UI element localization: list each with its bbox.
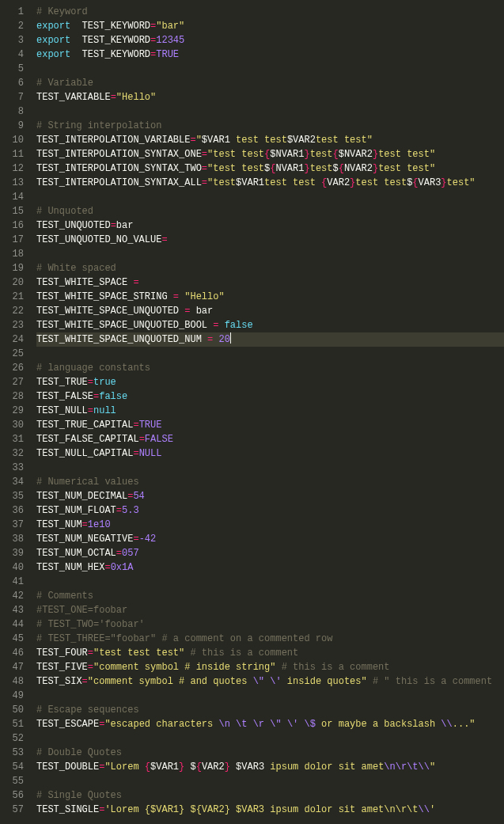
- code-line[interactable]: TEST_SIX="comment symbol # and quotes \"…: [36, 674, 504, 689]
- code-editor-area[interactable]: # Keywordexport TEST_KEYWORD="bar"export…: [30, 0, 504, 824]
- code-line[interactable]: TEST_NULL_CAPITAL=NULL: [36, 446, 504, 461]
- token-plain: TEST_NULL_CAPITAL: [36, 448, 133, 459]
- code-line[interactable]: [36, 62, 504, 76]
- code-line[interactable]: TEST_INTERPOLATION_VARIABLE="$VAR1 test …: [36, 133, 504, 147]
- code-line[interactable]: TEST_TRUE=true: [36, 375, 504, 389]
- code-line[interactable]: [36, 731, 504, 746]
- token-op: =: [202, 177, 207, 188]
- code-line[interactable]: TEST_NULL=null: [36, 404, 504, 418]
- code-line[interactable]: TEST_TRUE_CAPITAL=TRUE: [36, 418, 504, 432]
- code-line[interactable]: TEST_WHITE_SPACE_UNQUOTED_BOOL = false: [36, 318, 504, 332]
- code-line[interactable]: [36, 190, 504, 204]
- code-line[interactable]: [36, 104, 504, 119]
- token-string: test: [310, 163, 333, 174]
- token-bool: null: [93, 405, 116, 416]
- code-line[interactable]: TEST_SINGLE='Lorem {$VAR1} ${VAR2} $VAR3…: [36, 803, 504, 817]
- code-line[interactable]: TEST_WHITE_SPACE_STRING = "Hello": [36, 290, 504, 304]
- code-line[interactable]: TEST_UNQUOTED=bar: [36, 218, 504, 233]
- line-number: 28: [5, 389, 24, 404]
- code-line[interactable]: [36, 774, 504, 788]
- code-line[interactable]: export TEST_KEYWORD=TRUE: [36, 47, 504, 62]
- code-line[interactable]: TEST_INTERPOLATION_SYNTAX_TWO="test test…: [36, 161, 504, 176]
- token-string: [230, 761, 236, 773]
- code-line[interactable]: # White spaced: [36, 261, 504, 275]
- code-line[interactable]: # Keyword: [36, 5, 504, 19]
- line-number: 6: [5, 76, 24, 90]
- token-num: 5.3: [122, 505, 139, 516]
- code-line[interactable]: [36, 575, 504, 589]
- token-num: 54: [133, 491, 144, 502]
- token-plain: TEST_INTERPOLATION_SYNTAX_ALL: [36, 177, 202, 188]
- token-num: 12345: [156, 35, 184, 46]
- token-string: ...": [453, 719, 476, 730]
- code-line[interactable]: TEST_WHITE_SPACE_UNQUOTED = bar: [36, 304, 504, 318]
- code-line[interactable]: TEST_FALSE_CAPITAL=FALSE: [36, 432, 504, 446]
- token-op: =: [202, 163, 207, 174]
- token-brace: {: [339, 163, 344, 174]
- line-number: 46: [5, 646, 24, 660]
- code-line[interactable]: export TEST_KEYWORD="bar": [36, 19, 504, 33]
- code-line[interactable]: [36, 247, 504, 261]
- token-op: =: [116, 548, 122, 559]
- code-line[interactable]: TEST_NUM_HEX=0x1A: [36, 560, 504, 575]
- code-line[interactable]: TEST_UNQUOTED_NO_VALUE=: [36, 233, 504, 247]
- code-line[interactable]: # TEST_TWO='foobar': [36, 617, 504, 632]
- token-plain: TEST_FOUR: [36, 647, 88, 659]
- line-number: 32: [5, 446, 24, 461]
- code-line[interactable]: TEST_DOUBLE="Lorem {$VAR1} ${VAR2} $VAR3…: [36, 760, 504, 774]
- line-number: 40: [5, 560, 24, 575]
- code-line[interactable]: [36, 461, 504, 475]
- code-line[interactable]: TEST_NUM_DECIMAL=54: [36, 489, 504, 503]
- code-line[interactable]: TEST_INTERPOLATION_SYNTAX_ALL="test$VAR1…: [36, 176, 504, 190]
- code-line[interactable]: # Unquoted: [36, 204, 504, 218]
- token-brace: }: [441, 177, 446, 188]
- code-line[interactable]: # language constants: [36, 361, 504, 375]
- code-line[interactable]: TEST_ESCAPE="escaped characters \n \t \r…: [36, 717, 504, 731]
- token-plain: TEST_WHITE_SPACE: [36, 277, 133, 288]
- token-interp: NVAR2: [344, 163, 373, 174]
- code-line[interactable]: TEST_NUM=1e10: [36, 518, 504, 532]
- token-string: or maybe a backslash: [316, 719, 441, 730]
- token-plain: TEST_VARIABLE: [36, 92, 111, 103]
- token-esc: \': [287, 719, 298, 730]
- token-string: test test: [230, 135, 287, 146]
- token-esc: \r: [253, 719, 264, 730]
- token-string: [282, 719, 287, 730]
- token-string: test test": [378, 149, 435, 160]
- code-line[interactable]: TEST_FOUR="test test test" # this is a c…: [36, 646, 504, 660]
- code-line[interactable]: TEST_NUM_NEGATIVE=-42: [36, 532, 504, 546]
- code-line[interactable]: # Escape sequences: [36, 703, 504, 717]
- code-line[interactable]: # String interpolation: [36, 119, 504, 133]
- token-bool: false: [99, 391, 127, 402]
- token-string: test": [447, 177, 476, 188]
- code-line[interactable]: TEST_FALSE=false: [36, 389, 504, 404]
- token-comment: # Escape sequences: [36, 704, 139, 716]
- line-number: 7: [5, 90, 24, 104]
- code-line[interactable]: # Variable: [36, 76, 504, 90]
- code-line[interactable]: # Single Quotes: [36, 788, 504, 803]
- code-line[interactable]: TEST_WHITE_SPACE_UNQUOTED_NUM = 20: [36, 332, 504, 347]
- line-number: 17: [5, 233, 24, 247]
- token-plain: TEST_UNQUOTED_NO_VALUE: [36, 234, 161, 245]
- token-plain: [367, 676, 373, 687]
- code-line[interactable]: TEST_VARIABLE="Hello": [36, 90, 504, 104]
- code-line[interactable]: # Numerical values: [36, 475, 504, 489]
- code-line[interactable]: TEST_WHITE_SPACE =: [36, 275, 504, 290]
- line-number: 56: [5, 788, 24, 803]
- token-plain: [218, 320, 224, 331]
- code-line[interactable]: TEST_FIVE="comment symbol # inside strin…: [36, 660, 504, 674]
- token-string: "test test: [207, 163, 264, 174]
- code-line[interactable]: TEST_NUM_FLOAT=5.3: [36, 503, 504, 518]
- code-line[interactable]: #TEST_ONE=foobar: [36, 603, 504, 617]
- code-line[interactable]: export TEST_KEYWORD=12345: [36, 33, 504, 47]
- code-line[interactable]: # Double Quotes: [36, 746, 504, 760]
- code-line[interactable]: TEST_NUM_OCTAL=057: [36, 546, 504, 560]
- code-line[interactable]: [36, 689, 504, 703]
- token-esc: \\: [419, 804, 430, 815]
- code-line[interactable]: # Comments: [36, 589, 504, 603]
- code-line[interactable]: # TEST_THREE="foobar" # a comment on a c…: [36, 632, 504, 646]
- token-brace: {: [145, 761, 150, 773]
- line-number: 27: [5, 375, 24, 389]
- code-line[interactable]: [36, 347, 504, 361]
- code-line[interactable]: TEST_INTERPOLATION_SYNTAX_ONE="test test…: [36, 147, 504, 161]
